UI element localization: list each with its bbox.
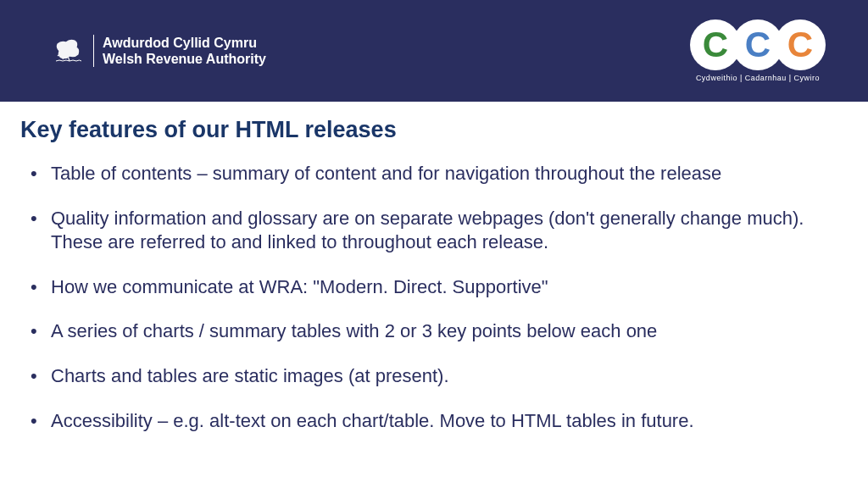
c-circle-3: C bbox=[775, 19, 826, 70]
c-letter-orange: C bbox=[787, 25, 813, 65]
c-letter-blue: C bbox=[745, 25, 771, 65]
org-name-welsh: Awdurdod Cyllid Cymru bbox=[103, 35, 266, 51]
c-letter-green: C bbox=[703, 25, 728, 65]
bullet-item: How we communicate at WRA: "Modern. Dire… bbox=[27, 275, 848, 300]
org-logo-left: Awdurdod Cyllid Cymru Welsh Revenue Auth… bbox=[51, 34, 266, 68]
ccc-tagline: Cydweithio | Cadarnhau | Cywiro bbox=[696, 74, 820, 82]
bullet-item: Charts and tables are static images (at … bbox=[27, 364, 848, 389]
ccc-logo: C C C bbox=[690, 19, 826, 70]
ccc-logo-block: C C C Cydweithio | Cadarnhau | Cywiro bbox=[690, 19, 826, 82]
slide-header: Awdurdod Cyllid Cymru Welsh Revenue Auth… bbox=[0, 0, 868, 102]
org-name-english: Welsh Revenue Authority bbox=[103, 51, 266, 67]
slide-content: Key features of our HTML releases Table … bbox=[0, 102, 868, 470]
welsh-dragon-icon bbox=[51, 34, 85, 68]
bullet-item: Quality information and glossary are on … bbox=[27, 207, 848, 255]
logo-divider bbox=[93, 35, 94, 67]
org-name-text: Awdurdod Cyllid Cymru Welsh Revenue Auth… bbox=[103, 35, 266, 67]
bullet-item: A series of charts / summary tables with… bbox=[27, 319, 848, 344]
bullet-item: Accessibility – e.g. alt-text on each ch… bbox=[27, 409, 848, 434]
bullet-item: Table of contents – summary of content a… bbox=[27, 162, 848, 186]
slide-title: Key features of our HTML releases bbox=[20, 117, 848, 143]
bullet-list: Table of contents – summary of content a… bbox=[20, 162, 848, 433]
